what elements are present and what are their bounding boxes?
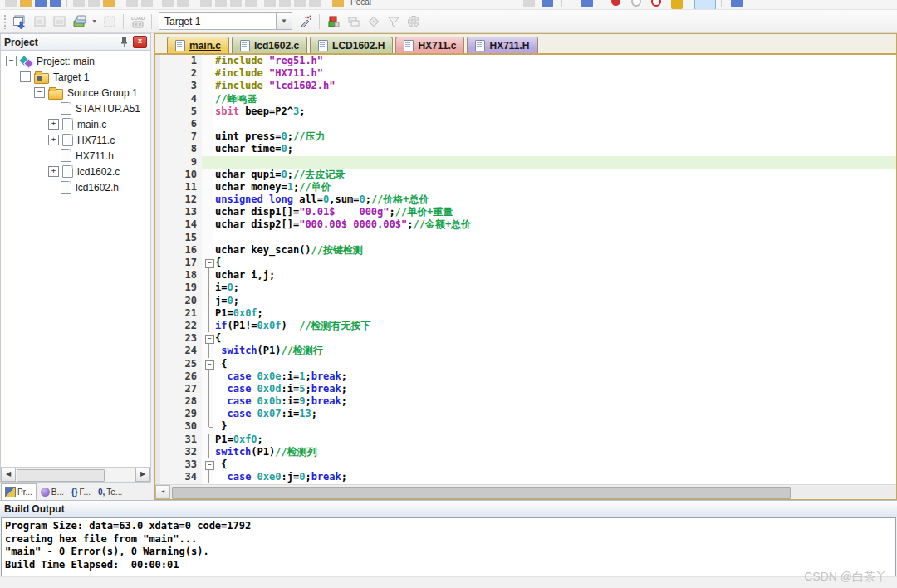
new-file-icon[interactable]	[5, 0, 17, 7]
component-diamond-button[interactable]	[365, 12, 382, 30]
next-bookmark-icon[interactable]	[230, 0, 242, 7]
code-line-31[interactable]: 31P1=0xf0;	[155, 434, 896, 446]
bookmark-icon[interactable]	[200, 0, 212, 7]
code-line-15[interactable]: 15	[155, 232, 896, 244]
target-select-combo[interactable]: Target 1 ▼	[159, 12, 292, 30]
navigate-back-icon[interactable]	[162, 0, 174, 7]
view-tab-F...[interactable]: {}F...	[68, 484, 94, 500]
undo-icon[interactable]	[126, 0, 138, 7]
fold-line-icon[interactable]	[203, 383, 215, 395]
fold-line-icon[interactable]	[203, 269, 215, 282]
flash-configure-button[interactable]	[325, 12, 342, 30]
pin-icon[interactable]	[120, 37, 129, 47]
save-all-icon[interactable]	[50, 0, 61, 7]
expander-minus-icon[interactable]: −	[6, 56, 17, 66]
fold-open-icon[interactable]	[203, 358, 215, 370]
code-line-5[interactable]: 5sbit beep=P2^3;	[155, 105, 896, 118]
expander-minus-icon[interactable]: −	[20, 71, 31, 82]
fold-line-icon[interactable]	[203, 307, 215, 320]
code-line-18[interactable]: 18uchar i,j;	[155, 269, 896, 282]
code-line-7[interactable]: 7uint press=0;//压力	[155, 130, 896, 143]
project-window-toggle-icon[interactable]	[694, 0, 716, 10]
find-combo-text[interactable]: Pecal	[350, 0, 371, 7]
download-flash-button[interactable]: LOAD	[129, 12, 146, 30]
code-line-2[interactable]: 2#include "HX711.h"	[155, 67, 896, 80]
fold-open-icon[interactable]	[203, 257, 215, 269]
code-line-33[interactable]: 33 {	[155, 458, 896, 471]
search-icon[interactable]	[581, 0, 593, 7]
code-line-9[interactable]: 9	[155, 156, 896, 169]
code-line-20[interactable]: 20j=0;	[155, 295, 896, 307]
code-line-32[interactable]: 32switch(P1)//检测列	[155, 446, 896, 458]
save-icon[interactable]	[35, 0, 47, 7]
fold-line-icon[interactable]	[203, 345, 215, 357]
fold-line-icon[interactable]	[203, 370, 215, 383]
expander-plus-icon[interactable]: +	[48, 119, 59, 130]
fold-open-icon[interactable]	[203, 458, 215, 471]
fold-line-icon[interactable]	[203, 282, 215, 294]
copy-icon[interactable]	[88, 0, 100, 7]
translate-file-button[interactable]	[11, 12, 28, 30]
fold-line-icon[interactable]	[203, 320, 215, 332]
open-file-icon[interactable]	[20, 0, 32, 7]
tree-item-Source Group 1[interactable]: −Source Group 1	[1, 85, 150, 100]
comment-icon[interactable]	[294, 0, 306, 7]
code-line-23[interactable]: 23{	[155, 332, 896, 345]
expander-plus-icon[interactable]: +	[48, 135, 59, 145]
code-line-30[interactable]: 30 }	[155, 420, 896, 433]
code-line-17[interactable]: 17{	[155, 257, 896, 269]
editor-hscrollbar[interactable]: ◂	[155, 484, 896, 499]
code-line-26[interactable]: 26 case 0x0e:i=1;break;	[155, 370, 896, 383]
tree-item-lcd1602.c[interactable]: +lcd1602.c	[1, 164, 150, 179]
code-line-21[interactable]: 21P1=0x0f;	[155, 307, 896, 320]
tab-HX711.H[interactable]: HX711.H	[467, 37, 537, 53]
kill-all-breakpoints-icon[interactable]	[671, 0, 683, 9]
redo-icon[interactable]	[141, 0, 153, 7]
project-hscroll-thumb[interactable]	[17, 469, 105, 482]
tab-lcd1602.c[interactable]: lcd1602.c	[232, 37, 307, 53]
project-hscrollbar[interactable]: ◀ ▶	[0, 468, 151, 483]
navigate-forward-icon[interactable]	[177, 0, 189, 7]
tree-item-HX711.h[interactable]: HX711.h	[1, 148, 150, 164]
target-select-dropdown-icon[interactable]: ▼	[277, 12, 292, 30]
code-line-24[interactable]: 24 switch(P1)//检测行	[155, 345, 896, 357]
tree-item-lcd1602.h[interactable]: lcd1602.h	[1, 179, 150, 195]
indent-icon[interactable]	[264, 0, 276, 7]
find-in-files-icon[interactable]	[332, 0, 344, 7]
unindent-icon[interactable]	[279, 0, 291, 7]
tree-item-STARTUP.A51[interactable]: STARTUP.A51	[1, 100, 150, 116]
code-line-34[interactable]: 34 case 0xe0:j=0;break;	[155, 471, 896, 483]
fold-line-icon[interactable]	[203, 434, 215, 446]
clear-bookmarks-icon[interactable]	[245, 0, 257, 7]
fold-line-icon[interactable]	[203, 395, 215, 408]
tree-item-main.c[interactable]: +main.c	[1, 116, 150, 132]
batch-build-dropdown-icon[interactable]: ▾	[91, 17, 98, 25]
build-button[interactable]	[31, 12, 48, 30]
stop-build-button[interactable]	[100, 12, 118, 30]
batch-build-button[interactable]	[71, 12, 88, 30]
tree-item-HX711.c[interactable]: +HX711.c	[1, 132, 150, 148]
view-tab-Te...[interactable]: 0,Te...	[95, 484, 125, 500]
code-line-16[interactable]: 16uchar key_scan()//按键检测	[155, 244, 896, 257]
fold-line-icon[interactable]	[203, 471, 215, 483]
disable-breakpoint-icon[interactable]	[631, 0, 641, 7]
manage-layers-button[interactable]	[345, 12, 362, 30]
code-line-14[interactable]: 14uchar disp2[]="000.00$ 0000.00$";//金额+…	[155, 218, 896, 231]
pack-installer-button[interactable]	[404, 12, 422, 30]
target-select-value[interactable]: Target 1	[159, 12, 277, 30]
filter-funnel-button[interactable]	[385, 12, 402, 30]
fold-line-icon[interactable]	[203, 446, 215, 458]
toolbar-grip[interactable]	[3, 14, 7, 29]
scroll-right-icon[interactable]: ▶	[135, 468, 150, 482]
code-line-27[interactable]: 27 case 0x0d:i=5;break;	[155, 383, 896, 395]
code-line-6[interactable]: 6	[155, 118, 896, 130]
expander-minus-icon[interactable]: −	[34, 87, 45, 98]
rebuild-all-button[interactable]	[51, 12, 68, 30]
code-line-12[interactable]: 12unsigned long all=0,sum=0;//价格+总价	[155, 194, 896, 206]
code-line-22[interactable]: 22if(P1!=0x0f) //检测有无按下	[155, 320, 896, 332]
prev-bookmark-icon[interactable]	[215, 0, 227, 7]
scroll-left-icon[interactable]: ◀	[1, 468, 16, 482]
tree-item-Target 1[interactable]: −Target 1	[1, 69, 150, 85]
tab-HX711.c[interactable]: HX711.c	[395, 37, 464, 53]
close-icon[interactable]: x	[133, 36, 147, 48]
